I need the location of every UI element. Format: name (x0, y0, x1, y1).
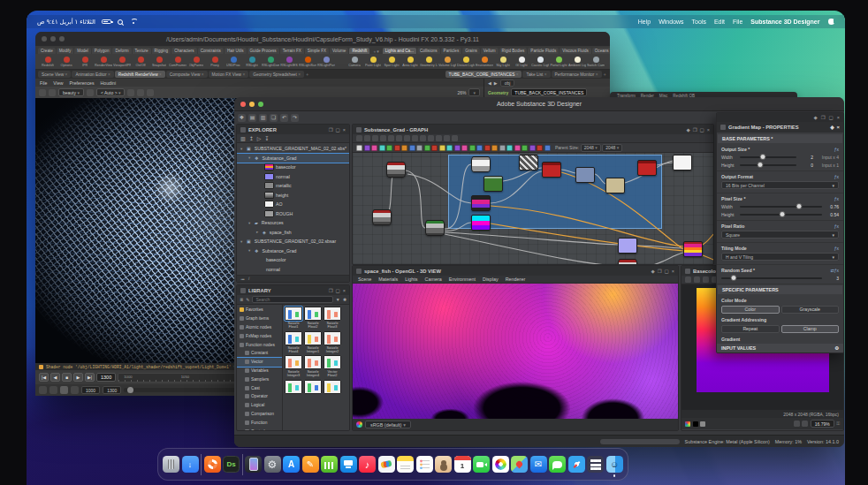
node-create-icon[interactable] (386, 145, 392, 151)
explorer-tree-item[interactable]: metallic (237, 181, 349, 191)
library-node-item[interactable]: Swizzle Integer1 (304, 331, 322, 354)
shelf-tool-button[interactable]: Redshift (39, 57, 57, 67)
library-category[interactable]: FxMap nodes (237, 331, 282, 340)
output-red-node[interactable] (542, 162, 561, 178)
photos[interactable] (492, 456, 509, 473)
pane-tab[interactable]: Motion FX View (209, 71, 249, 78)
node-create-icon[interactable] (514, 145, 521, 151)
shelf-tool-button[interactable]: Environment Light (476, 57, 493, 67)
search-icon[interactable] (436, 135, 442, 141)
select-icon[interactable] (356, 135, 362, 141)
back-icon[interactable]: ◀ (488, 80, 491, 86)
app-store[interactable]: A (283, 456, 300, 473)
shelf-tab[interactable]: Terrain FX (280, 48, 304, 54)
substance-title-bar[interactable]: Adobe Substance 3D Designer (234, 97, 844, 111)
library-category[interactable]: Operator (237, 392, 282, 401)
shelf-tab[interactable]: Texture (133, 48, 151, 54)
shelf-tool-button[interactable]: Camera (346, 57, 363, 67)
pointer-icon[interactable] (802, 421, 808, 427)
caret-icon[interactable]: ▾ (248, 155, 253, 160)
node-create-icon[interactable] (544, 145, 551, 151)
shelf-tool-button[interactable]: Proxy (206, 57, 224, 67)
shelf-tool-button[interactable]: Caustic Light (531, 57, 549, 67)
window-controls[interactable] (240, 102, 263, 107)
linked-size-select[interactable]: 2048 (602, 144, 622, 152)
library-category[interactable]: Comparison (237, 410, 282, 419)
library-node-item[interactable]: Swizzle Float2 (304, 307, 322, 330)
explorer-tree-item[interactable]: ▾ ▣ SUBSTANCE_GRADIENT_MAC_02_02.sbs* (237, 144, 349, 154)
node-create-icon[interactable] (416, 145, 423, 151)
caret-icon[interactable]: ▸ (256, 230, 261, 234)
library-node-item[interactable]: Swizzle Integer3 (285, 355, 302, 378)
wifi-icon[interactable] (129, 19, 138, 26)
node-create-icon[interactable] (506, 145, 513, 151)
shelf-tool-button[interactable]: Geometry Light (420, 57, 438, 67)
info-icon[interactable]: 𝑖 (248, 276, 249, 282)
gradient-strip-node[interactable] (471, 195, 491, 211)
pixel-size-width-row[interactable]: Width 0.76 (721, 202, 839, 210)
view3d-menu-item[interactable]: Renderer (506, 277, 525, 282)
node-create-icon[interactable] (431, 145, 438, 151)
function-icon[interactable]: ƒx (834, 268, 839, 273)
library-node-item[interactable]: Swizzle Float3 (324, 307, 341, 330)
launchpad[interactable] (587, 456, 604, 473)
node-create-icon[interactable] (454, 145, 461, 151)
gear-icon[interactable]: ⚙ (834, 345, 839, 351)
library-node-item[interactable]: Swizzle Integer4 (304, 355, 322, 378)
shelf-tab[interactable]: Model (74, 48, 91, 54)
render-icon[interactable] (39, 89, 46, 96)
function-icon[interactable]: ƒx (834, 196, 839, 201)
pane-tab[interactable]: Geometry Spreadsheet (249, 71, 304, 78)
menu-item[interactable]: Edit (714, 19, 725, 25)
maximize-icon[interactable]: ▢ (829, 115, 834, 120)
transport-button[interactable]: ▶ (73, 373, 83, 382)
library-node-item[interactable]: Swizzle Float4 (285, 331, 302, 354)
node-create-icon[interactable] (522, 145, 528, 151)
houdini[interactable] (204, 456, 221, 473)
color-mode-option[interactable]: Grayscale (781, 306, 840, 314)
library-category[interactable]: Graph items (237, 314, 282, 323)
library-category[interactable]: Function (237, 418, 282, 427)
close-icon[interactable]: × (343, 288, 346, 293)
library-category[interactable]: Constant (237, 349, 282, 358)
camera-icon[interactable] (87, 89, 94, 96)
library-node-item[interactable] (324, 380, 341, 395)
geometry-node-name[interactable]: TUBE_BACK_CORE_INSTANCES (511, 88, 587, 96)
loop-icon[interactable] (71, 386, 79, 394)
colorspace-select[interactable]: sRGB (default) (365, 421, 411, 428)
houdini-menu-item[interactable]: Houdini (101, 80, 117, 86)
shelf-tab[interactable]: Deform (112, 48, 131, 54)
node-create-icon[interactable] (394, 145, 400, 151)
pane-tab[interactable]: Take List (522, 71, 550, 78)
float-icon[interactable]: ❐ (821, 115, 826, 120)
render-pass-select[interactable]: beauty (58, 88, 84, 96)
safari[interactable] (568, 456, 585, 473)
spotlight-search-icon[interactable] (118, 19, 123, 25)
shelf-tab[interactable]: Guide Process (247, 48, 279, 54)
node-create-icon[interactable] (491, 145, 498, 151)
output-size-width-row[interactable]: Width 2 Input x 4 (721, 153, 839, 161)
shelf-tab[interactable]: Rigging (152, 48, 171, 54)
shelf-tool-button[interactable]: On/Off (132, 57, 149, 67)
maximize-icon[interactable]: ▢ (336, 127, 340, 133)
shelf-tab[interactable]: Viscous Fluids (560, 48, 591, 54)
maximize-icon[interactable]: ▢ (700, 127, 704, 133)
redo-icon[interactable]: ↷ (291, 114, 299, 122)
explorer-tree-item[interactable]: ▾ ▰ Resources (237, 218, 349, 228)
caret-icon[interactable]: ▾ (240, 239, 245, 244)
function-icon[interactable]: ƒx (834, 147, 839, 152)
sort-icon[interactable]: ≣ (240, 297, 243, 302)
shelf-tool-button[interactable]: RSLight (243, 57, 261, 67)
range-end-field[interactable]: 1300 (103, 386, 121, 394)
houdini-title-bar[interactable]: /Users/admin/Documents/Houdini_Substance… (35, 32, 610, 46)
filter-icon[interactable]: ▼ (336, 297, 340, 302)
iphone-mirroring[interactable] (245, 456, 262, 473)
output-format-select[interactable]: 16 Bits per Channel▾ (721, 181, 839, 189)
library-category[interactable]: Function nodes (237, 340, 282, 349)
node-create-icon[interactable] (356, 145, 362, 151)
explorer-tree-item[interactable]: basecolor (237, 255, 349, 265)
copy-icon[interactable]: ❏ (270, 114, 278, 122)
home-icon[interactable] (372, 135, 378, 141)
layout-icon[interactable] (428, 135, 434, 141)
transport-button[interactable]: |◀ (39, 373, 49, 382)
